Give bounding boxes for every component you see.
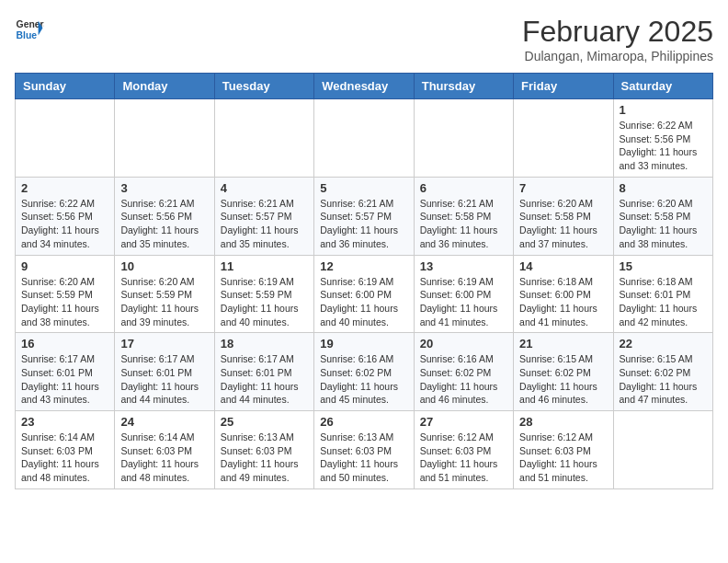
day-number: 9: [21, 259, 108, 273]
calendar-week-row: 9Sunrise: 6:20 AM Sunset: 5:59 PM Daylig…: [16, 255, 713, 333]
day-info: Sunrise: 6:20 AM Sunset: 5:59 PM Dayligh…: [21, 275, 108, 329]
calendar-cell: 3Sunrise: 6:21 AM Sunset: 5:56 PM Daylig…: [115, 177, 214, 255]
calendar-cell: [16, 99, 115, 178]
page-header: General Blue February 2025 Dulangan, Mim…: [15, 15, 713, 63]
day-number: 20: [420, 337, 507, 350]
day-number: 18: [221, 337, 308, 350]
day-info: Sunrise: 6:21 AM Sunset: 5:57 PM Dayligh…: [320, 197, 407, 251]
calendar-cell: 16Sunrise: 6:17 AM Sunset: 6:01 PM Dayli…: [16, 333, 115, 411]
day-info: Sunrise: 6:15 AM Sunset: 6:02 PM Dayligh…: [620, 352, 707, 407]
day-number: 24: [120, 415, 208, 429]
calendar-cell: 27Sunrise: 6:12 AM Sunset: 6:03 PM Dayli…: [414, 411, 513, 489]
day-info: Sunrise: 6:16 AM Sunset: 6:02 PM Dayligh…: [320, 352, 407, 407]
calendar-cell: 2Sunrise: 6:22 AM Sunset: 5:56 PM Daylig…: [16, 177, 115, 255]
day-number: 4: [221, 181, 308, 195]
calendar-cell: 4Sunrise: 6:21 AM Sunset: 5:57 PM Daylig…: [214, 177, 313, 255]
day-number: 8: [620, 181, 707, 195]
calendar-week-row: 16Sunrise: 6:17 AM Sunset: 6:01 PM Dayli…: [16, 333, 713, 411]
day-info: Sunrise: 6:21 AM Sunset: 5:56 PM Dayligh…: [120, 197, 208, 251]
day-info: Sunrise: 6:19 AM Sunset: 5:59 PM Dayligh…: [221, 275, 308, 329]
day-info: Sunrise: 6:19 AM Sunset: 6:00 PM Dayligh…: [320, 275, 407, 329]
day-number: 15: [620, 259, 707, 273]
day-number: 6: [420, 181, 507, 195]
day-info: Sunrise: 6:20 AM Sunset: 5:58 PM Dayligh…: [519, 197, 607, 251]
day-info: Sunrise: 6:17 AM Sunset: 6:01 PM Dayligh…: [21, 352, 108, 407]
calendar-header-row: SundayMondayTuesdayWednesdayThursdayFrid…: [16, 74, 713, 99]
calendar-cell: 28Sunrise: 6:12 AM Sunset: 6:03 PM Dayli…: [514, 411, 613, 489]
day-of-week-header: Monday: [115, 74, 214, 99]
calendar-cell: 22Sunrise: 6:15 AM Sunset: 6:02 PM Dayli…: [613, 333, 712, 411]
day-info: Sunrise: 6:12 AM Sunset: 6:03 PM Dayligh…: [420, 431, 507, 485]
calendar-cell: 17Sunrise: 6:17 AM Sunset: 6:01 PM Dayli…: [115, 333, 214, 411]
logo-icon: General Blue: [15, 15, 44, 44]
day-number: 21: [519, 337, 607, 350]
logo: General Blue: [15, 15, 44, 44]
day-of-week-header: Saturday: [613, 74, 712, 99]
day-info: Sunrise: 6:12 AM Sunset: 6:03 PM Dayligh…: [519, 431, 607, 485]
day-number: 5: [320, 181, 407, 195]
calendar-week-row: 1Sunrise: 6:22 AM Sunset: 5:56 PM Daylig…: [16, 99, 713, 178]
day-of-week-header: Tuesday: [214, 74, 313, 99]
calendar-cell: 14Sunrise: 6:18 AM Sunset: 6:00 PM Dayli…: [514, 255, 613, 333]
day-number: 3: [120, 181, 208, 195]
day-number: 1: [620, 103, 707, 117]
day-info: Sunrise: 6:16 AM Sunset: 6:02 PM Dayligh…: [420, 352, 507, 407]
day-of-week-header: Thursday: [414, 74, 513, 99]
day-info: Sunrise: 6:18 AM Sunset: 6:01 PM Dayligh…: [620, 275, 707, 329]
calendar-cell: 24Sunrise: 6:14 AM Sunset: 6:03 PM Dayli…: [115, 411, 214, 489]
calendar-table: SundayMondayTuesdayWednesdayThursdayFrid…: [15, 73, 713, 489]
day-number: 14: [519, 259, 607, 273]
day-info: Sunrise: 6:21 AM Sunset: 5:58 PM Dayligh…: [420, 197, 507, 251]
day-info: Sunrise: 6:20 AM Sunset: 5:59 PM Dayligh…: [120, 275, 208, 329]
day-info: Sunrise: 6:18 AM Sunset: 6:00 PM Dayligh…: [519, 275, 607, 329]
calendar-cell: 6Sunrise: 6:21 AM Sunset: 5:58 PM Daylig…: [414, 177, 513, 255]
day-info: Sunrise: 6:17 AM Sunset: 6:01 PM Dayligh…: [221, 352, 308, 407]
calendar-cell: 9Sunrise: 6:20 AM Sunset: 5:59 PM Daylig…: [16, 255, 115, 333]
calendar-cell: 25Sunrise: 6:13 AM Sunset: 6:03 PM Dayli…: [214, 411, 313, 489]
day-of-week-header: Sunday: [16, 74, 115, 99]
day-number: 11: [221, 259, 308, 273]
day-info: Sunrise: 6:14 AM Sunset: 6:03 PM Dayligh…: [120, 431, 208, 485]
day-number: 22: [620, 337, 707, 350]
day-number: 13: [420, 259, 507, 273]
day-number: 25: [221, 415, 308, 429]
day-info: Sunrise: 6:15 AM Sunset: 6:02 PM Dayligh…: [519, 352, 607, 407]
calendar-cell: 11Sunrise: 6:19 AM Sunset: 5:59 PM Dayli…: [214, 255, 313, 333]
day-info: Sunrise: 6:20 AM Sunset: 5:58 PM Dayligh…: [620, 197, 707, 251]
calendar-cell: 12Sunrise: 6:19 AM Sunset: 6:00 PM Dayli…: [314, 255, 414, 333]
day-number: 19: [320, 337, 407, 350]
day-info: Sunrise: 6:19 AM Sunset: 6:00 PM Dayligh…: [420, 275, 507, 329]
day-number: 23: [21, 415, 108, 429]
calendar-cell: [414, 99, 513, 178]
day-info: Sunrise: 6:22 AM Sunset: 5:56 PM Dayligh…: [21, 197, 108, 251]
calendar-cell: 23Sunrise: 6:14 AM Sunset: 6:03 PM Dayli…: [16, 411, 115, 489]
calendar-cell: 21Sunrise: 6:15 AM Sunset: 6:02 PM Dayli…: [514, 333, 613, 411]
day-number: 17: [120, 337, 208, 350]
day-number: 10: [120, 259, 208, 273]
day-of-week-header: Friday: [514, 74, 613, 99]
calendar-cell: [613, 411, 712, 489]
calendar-cell: 18Sunrise: 6:17 AM Sunset: 6:01 PM Dayli…: [214, 333, 313, 411]
title-block: February 2025 Dulangan, Mimaropa, Philip…: [522, 15, 713, 63]
location-subtitle: Dulangan, Mimaropa, Philippines: [522, 49, 713, 63]
day-number: 16: [21, 337, 108, 350]
day-number: 2: [21, 181, 108, 195]
calendar-cell: [115, 99, 214, 178]
calendar-cell: 10Sunrise: 6:20 AM Sunset: 5:59 PM Dayli…: [115, 255, 214, 333]
calendar-cell: 13Sunrise: 6:19 AM Sunset: 6:00 PM Dayli…: [414, 255, 513, 333]
calendar-cell: [314, 99, 414, 178]
calendar-cell: 15Sunrise: 6:18 AM Sunset: 6:01 PM Dayli…: [613, 255, 712, 333]
calendar-week-row: 2Sunrise: 6:22 AM Sunset: 5:56 PM Daylig…: [16, 177, 713, 255]
calendar-cell: 5Sunrise: 6:21 AM Sunset: 5:57 PM Daylig…: [314, 177, 414, 255]
day-number: 27: [420, 415, 507, 429]
day-info: Sunrise: 6:22 AM Sunset: 5:56 PM Dayligh…: [620, 119, 707, 173]
calendar-cell: 1Sunrise: 6:22 AM Sunset: 5:56 PM Daylig…: [613, 99, 712, 178]
calendar-cell: [514, 99, 613, 178]
day-number: 26: [320, 415, 407, 429]
month-year-title: February 2025: [522, 15, 713, 49]
day-info: Sunrise: 6:14 AM Sunset: 6:03 PM Dayligh…: [21, 431, 108, 485]
day-number: 7: [519, 181, 607, 195]
day-number: 12: [320, 259, 407, 273]
calendar-cell: [214, 99, 313, 178]
calendar-week-row: 23Sunrise: 6:14 AM Sunset: 6:03 PM Dayli…: [16, 411, 713, 489]
